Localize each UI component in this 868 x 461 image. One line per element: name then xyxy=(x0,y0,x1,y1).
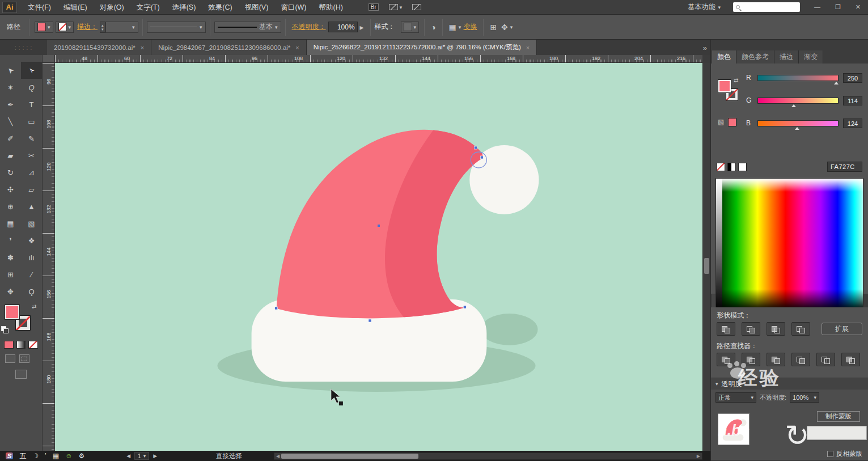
expand-button[interactable]: 扩展 xyxy=(822,323,862,335)
sogou-logo-icon[interactable]: S xyxy=(6,452,13,459)
opacity-value-dropdown[interactable]: 100%▾ xyxy=(790,392,819,403)
cs-live-button[interactable] xyxy=(412,4,421,10)
document-tab-1[interactable]: 20190829115439732000.ai*× xyxy=(47,40,151,55)
opacity-panel-link[interactable]: 不透明度： xyxy=(292,22,326,32)
scissors-tool[interactable]: ✂ xyxy=(21,147,42,164)
column-graph-tool[interactable]: ılı xyxy=(21,249,42,266)
color-button[interactable] xyxy=(4,341,14,349)
fill-swatch[interactable] xyxy=(5,304,20,320)
artboard-viewport[interactable] xyxy=(55,63,702,451)
mesh-tool[interactable]: ▦ xyxy=(0,215,21,232)
r-slider-thumb[interactable] xyxy=(834,79,839,84)
menu-select[interactable]: 选择(S) xyxy=(166,0,202,15)
draw-normal-button[interactable] xyxy=(5,354,15,363)
bridge-icon[interactable]: Br xyxy=(369,3,379,11)
variable-width-profile-dropdown[interactable]: 基本▾ xyxy=(214,22,281,33)
next-artboard-icon[interactable]: ▶ xyxy=(153,453,157,459)
screen-mode-button[interactable] xyxy=(15,370,27,379)
graphic-style-dropdown[interactable]: ▾ xyxy=(401,22,420,33)
menu-type[interactable]: 文字(T) xyxy=(130,0,166,15)
g-slider-thumb[interactable] xyxy=(791,102,796,107)
divide-button[interactable] xyxy=(717,353,735,366)
zoom-tool[interactable]: Ǫ xyxy=(21,283,42,300)
pencil-tool[interactable]: ✎ xyxy=(21,130,42,147)
swap-fill-stroke-icon[interactable]: ⇄ xyxy=(734,77,738,83)
hue-spectrum-field[interactable] xyxy=(722,179,863,310)
opacity-preset-button[interactable]: ▸ xyxy=(360,23,364,32)
exclude-button[interactable] xyxy=(791,322,810,336)
menu-help[interactable]: 帮助(H) xyxy=(313,0,349,15)
step-up-icon[interactable]: ▴ xyxy=(101,23,104,27)
transform-panel-link[interactable]: 变换 xyxy=(463,22,477,32)
tab-overflow-button[interactable]: » xyxy=(703,44,707,55)
scroll-right-icon[interactable]: ▶ xyxy=(697,454,700,459)
workspace-switcher[interactable]: 基本功能▾ xyxy=(682,2,726,12)
pen-tool[interactable]: ✒ xyxy=(0,96,21,113)
punctuation-mode-icon[interactable]: ’ xyxy=(45,452,46,460)
menu-effect[interactable]: 效果(C) xyxy=(202,0,238,15)
hand-tool[interactable]: ✥ xyxy=(0,283,21,300)
prev-artboard-icon[interactable]: ◀ xyxy=(126,453,130,459)
close-tab-icon[interactable]: × xyxy=(141,44,144,51)
scale-tool[interactable]: ⊿ xyxy=(21,164,42,181)
restore-button[interactable]: ❐ xyxy=(828,3,848,11)
merge-button[interactable] xyxy=(767,353,785,366)
fill-proxy-swatch[interactable] xyxy=(718,79,731,93)
document-tab-3-active[interactable]: Nipic_25266822_20191211132237572000.ai* … xyxy=(307,40,537,55)
intersect-button[interactable] xyxy=(767,322,785,336)
none-button[interactable] xyxy=(28,341,38,349)
draw-inside-button[interactable] xyxy=(19,354,29,363)
blend-mode-dropdown[interactable]: 正常▾ xyxy=(715,392,756,403)
g-slider[interactable] xyxy=(757,98,839,104)
crop-button[interactable] xyxy=(791,353,810,366)
anchor-point[interactable] xyxy=(463,306,466,308)
magic-wand-tool[interactable]: ✶ xyxy=(0,79,21,96)
eyedropper-tool[interactable]: ❜ xyxy=(0,232,21,249)
selection-tool[interactable]: ➤ xyxy=(0,62,21,79)
horizontal-scrollbar[interactable]: ◀ ▶ xyxy=(274,452,702,460)
menu-file[interactable]: 文件(F) xyxy=(22,0,57,15)
toolbar-drag-dots[interactable]: · · · · ·· · · · · xyxy=(0,45,47,55)
rotate-tool[interactable]: ↻ xyxy=(0,164,21,181)
hex-value-input[interactable]: FA727C xyxy=(827,162,862,172)
fill-color-dropdown[interactable]: ▾ xyxy=(35,22,53,33)
anchor-point[interactable] xyxy=(275,307,278,310)
gradient-button[interactable] xyxy=(16,341,26,349)
brush-definition-dropdown[interactable]: ▾ xyxy=(147,22,206,33)
shape-options-icon[interactable]: ⊞ xyxy=(490,23,497,32)
tab-gradient[interactable]: 渐变 xyxy=(799,50,823,64)
stroke-width-stepper[interactable]: ▴▾ xyxy=(100,22,105,33)
ruler-origin-corner[interactable] xyxy=(43,55,55,63)
black-white-swatch-chip[interactable] xyxy=(727,163,736,171)
minus-back-button[interactable] xyxy=(841,353,860,366)
minimize-button[interactable]: — xyxy=(807,3,828,11)
swap-fill-stroke-icon[interactable]: ⇄ xyxy=(32,303,36,310)
outline-button[interactable] xyxy=(816,353,835,366)
b-slider-thumb[interactable] xyxy=(795,125,799,130)
moon-mode-icon[interactable]: ☽ xyxy=(32,452,39,460)
white-swatch-chip[interactable] xyxy=(738,163,747,171)
type-tool[interactable]: T xyxy=(21,96,42,113)
eraser-tool[interactable]: ▰ xyxy=(0,147,21,164)
anchor-point[interactable] xyxy=(480,156,483,159)
vertical-scrollbar[interactable] xyxy=(702,63,710,451)
tab-stroke[interactable]: 描边 xyxy=(774,50,799,64)
b-slider[interactable] xyxy=(757,120,839,126)
tab-color[interactable]: 颜色 xyxy=(712,50,736,64)
isolate-selection-icon[interactable]: ✥ xyxy=(501,23,508,32)
grayscale-ramp[interactable] xyxy=(716,179,722,310)
close-tab-icon[interactable]: × xyxy=(295,44,299,51)
close-tab-icon[interactable]: × xyxy=(526,44,530,51)
none-swatch-chip[interactable] xyxy=(717,163,725,171)
web-color-cube-icon[interactable]: ▧ xyxy=(718,118,724,126)
g-value-input[interactable]: 114 xyxy=(843,96,862,105)
line-segment-tool[interactable]: ╲ xyxy=(0,113,21,130)
r-slider[interactable] xyxy=(757,75,839,81)
recolor-artwork-icon[interactable]: ◑ xyxy=(431,23,435,32)
horizontal-scroll-thumb[interactable] xyxy=(281,454,418,459)
collapse-icon[interactable]: ▾ xyxy=(715,381,718,387)
default-fill-stroke-icon[interactable] xyxy=(1,326,6,331)
paintbrush-tool[interactable]: ✐ xyxy=(0,130,21,147)
artwork-canvas[interactable] xyxy=(55,63,702,451)
transparency-header[interactable]: ▾ 透明度 xyxy=(711,378,868,390)
